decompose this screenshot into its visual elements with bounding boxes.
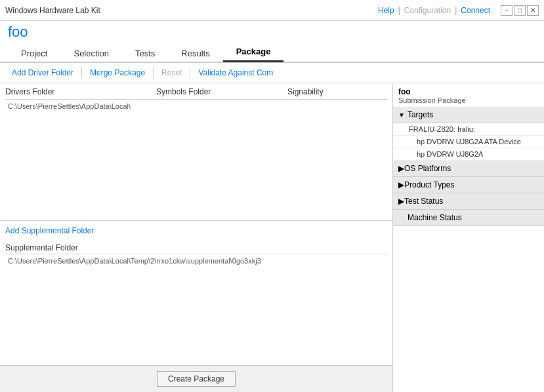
- app-name: foo: [0, 21, 544, 42]
- right-panel-subtitle: Submission Package: [398, 96, 539, 104]
- title-bar-actions: Help | Configuration | Connect − □ ✕: [378, 5, 539, 16]
- machine-status-label: Machine Status: [398, 213, 462, 222]
- sep1: |: [398, 6, 400, 15]
- right-panel-title: foo: [398, 87, 539, 96]
- sep2: |: [455, 6, 457, 15]
- create-package-button[interactable]: Create Package: [157, 371, 236, 387]
- target-item-1: FRALIU-Z820: fraliu:: [393, 123, 544, 136]
- toolbar-sep3: [190, 67, 190, 79]
- os-platforms-arrow-icon: ▶: [398, 164, 404, 173]
- targets-arrow-icon: ▼: [398, 111, 405, 119]
- product-types-arrow-icon: ▶: [398, 180, 404, 189]
- test-status-arrow-icon: ▶: [398, 197, 404, 206]
- tab-tests[interactable]: Tests: [122, 45, 168, 62]
- os-platforms-section-header[interactable]: ▶ OS Platforms: [393, 161, 544, 177]
- targets-section-header[interactable]: ▼ Targets: [393, 107, 544, 123]
- tree-container: ▼ Targets FRALIU-Z820: fraliu: hp DVDRW …: [393, 107, 544, 392]
- minimize-button[interactable]: −: [501, 5, 513, 16]
- merge-package-button[interactable]: Merge Package: [83, 66, 152, 80]
- tab-package[interactable]: Package: [223, 43, 284, 62]
- tab-selection[interactable]: Selection: [60, 45, 121, 62]
- validate-button[interactable]: Validate Against Com: [192, 66, 280, 80]
- connect-link[interactable]: Connect: [461, 6, 490, 15]
- help-link[interactable]: Help: [378, 6, 394, 15]
- drivers-folder-header: Drivers Folder: [5, 87, 156, 96]
- target-item-2: hp DVDRW UJ8G2A ATA Device: [393, 136, 544, 148]
- folder-section: Drivers Folder Symbols Folder Signabilit…: [0, 83, 392, 118]
- supplemental-section: Supplemental Folder C:\Users\PierreSettl…: [0, 241, 392, 269]
- reset-button[interactable]: Reset: [155, 66, 188, 80]
- supplemental-header: Supplemental Folder: [5, 243, 387, 254]
- restore-button[interactable]: □: [514, 5, 526, 16]
- machine-status-section: Machine Status: [393, 210, 544, 226]
- tab-project[interactable]: Project: [8, 45, 60, 62]
- empty-area-2: [0, 269, 392, 366]
- product-types-section-header[interactable]: ▶ Product Types: [393, 177, 544, 193]
- app-title: Windows Hardware Lab Kit: [5, 6, 100, 15]
- left-panel: Drivers Folder Symbols Folder Signabilit…: [0, 83, 393, 392]
- close-button[interactable]: ✕: [527, 5, 539, 16]
- right-panel-header: foo Submission Package: [393, 83, 544, 107]
- empty-area: [0, 118, 392, 215]
- title-bar: Windows Hardware Lab Kit Help | Configur…: [0, 0, 544, 21]
- supplemental-path: C:\Users\PierreSettles\AppData\Local\Tem…: [5, 256, 387, 266]
- targets-label: Targets: [408, 110, 433, 119]
- right-panel: foo Submission Package ▼ Targets FRALIU-…: [393, 83, 544, 392]
- add-supplemental-section: Add Supplemental Folder: [0, 220, 392, 241]
- add-supplemental-button[interactable]: Add Supplemental Folder: [5, 226, 94, 235]
- bottom-bar: Create Package: [0, 365, 392, 392]
- product-types-label: Product Types: [404, 180, 455, 189]
- main-content: Drivers Folder Symbols Folder Signabilit…: [0, 83, 544, 392]
- tab-results[interactable]: Results: [168, 45, 222, 62]
- target-item-3: hp DVDRW UJ8G2A: [393, 148, 544, 161]
- symbols-folder-header: Symbols Folder: [156, 87, 287, 96]
- nav-tabs: Project Selection Tests Results Package: [0, 42, 544, 63]
- test-status-label: Test Status: [404, 197, 443, 206]
- signability-header: Signability: [287, 87, 387, 96]
- toolbar-sep2: [153, 67, 154, 79]
- folder-headers: Drivers Folder Symbols Folder Signabilit…: [5, 87, 387, 100]
- toolbar-sep1: [81, 67, 82, 79]
- toolbar: Add Driver Folder Merge Package Reset Va…: [0, 63, 544, 83]
- add-driver-folder-button[interactable]: Add Driver Folder: [5, 66, 80, 80]
- os-platforms-label: OS Platforms: [404, 164, 451, 173]
- test-status-section-header[interactable]: ▶ Test Status: [393, 193, 544, 210]
- driver-path: C:\Users\PierreSettles\AppData\Local\: [5, 101, 387, 114]
- configuration-link[interactable]: Configuration: [404, 6, 451, 15]
- window-controls: − □ ✕: [501, 5, 539, 16]
